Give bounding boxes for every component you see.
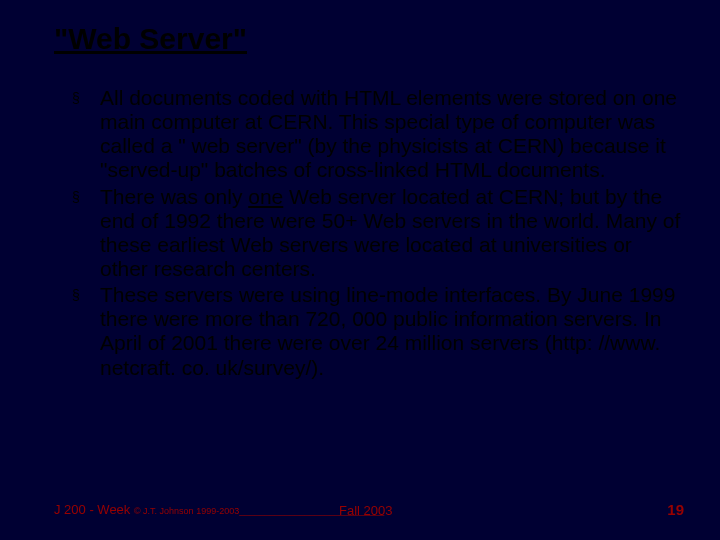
bullet-text: There was only one Web server located at…	[100, 185, 684, 282]
bullet-icon: §	[72, 283, 100, 307]
bullet-item: § All documents coded with HTML elements…	[72, 86, 684, 183]
bullet-text: These servers were using line-mode inter…	[100, 283, 684, 380]
bullet-item: § These servers were using line-mode int…	[72, 283, 684, 380]
slide-body: § All documents coded with HTML elements…	[72, 86, 684, 382]
footer: J 200 - Week © J.T. Johnson 1999-2003___…	[54, 500, 684, 518]
footer-week: J 200 - Week	[54, 502, 134, 517]
bullet-icon: §	[72, 86, 100, 110]
bullet-icon: §	[72, 185, 100, 209]
bullet-item: § There was only one Web server located …	[72, 185, 684, 282]
slide: "Web Server" § All documents coded with …	[0, 0, 720, 540]
footer-left: J 200 - Week © J.T. Johnson 1999-2003___…	[54, 502, 384, 517]
slide-title: "Web Server"	[54, 22, 247, 56]
underlined-word: one	[248, 185, 283, 208]
page-number: 19	[667, 501, 684, 518]
text-fragment: There was only	[100, 185, 248, 208]
bullet-text: All documents coded with HTML elements w…	[100, 86, 684, 183]
footer-center: Fall 2003	[339, 503, 392, 518]
